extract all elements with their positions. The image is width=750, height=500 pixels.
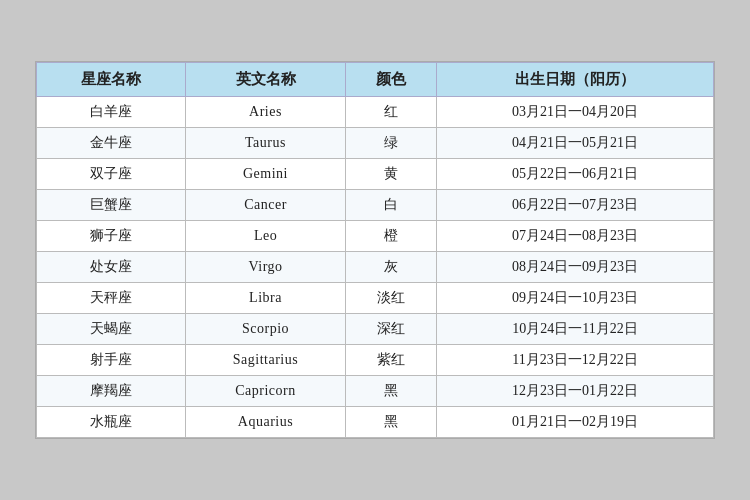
zodiac-table-container: 星座名称 英文名称 颜色 出生日期（阳历） 白羊座Aries红03月21日一04… — [35, 61, 715, 439]
cell-color: 红 — [345, 97, 436, 128]
header-dates: 出生日期（阳历） — [436, 63, 713, 97]
cell-color: 白 — [345, 190, 436, 221]
table-body: 白羊座Aries红03月21日一04月20日金牛座Taurus绿04月21日一0… — [37, 97, 714, 438]
cell-color: 灰 — [345, 252, 436, 283]
cell-chinese-name: 巨蟹座 — [37, 190, 186, 221]
zodiac-table: 星座名称 英文名称 颜色 出生日期（阳历） 白羊座Aries红03月21日一04… — [36, 62, 714, 438]
cell-chinese-name: 处女座 — [37, 252, 186, 283]
cell-chinese-name: 狮子座 — [37, 221, 186, 252]
cell-english-name: Sagittarius — [186, 345, 346, 376]
cell-english-name: Scorpio — [186, 314, 346, 345]
table-row: 狮子座Leo橙07月24日一08月23日 — [37, 221, 714, 252]
cell-english-name: Leo — [186, 221, 346, 252]
cell-chinese-name: 天蝎座 — [37, 314, 186, 345]
cell-english-name: Virgo — [186, 252, 346, 283]
table-row: 射手座Sagittarius紫红11月23日一12月22日 — [37, 345, 714, 376]
cell-chinese-name: 白羊座 — [37, 97, 186, 128]
cell-dates: 06月22日一07月23日 — [436, 190, 713, 221]
table-row: 水瓶座Aquarius黑01月21日一02月19日 — [37, 407, 714, 438]
cell-dates: 01月21日一02月19日 — [436, 407, 713, 438]
cell-color: 黑 — [345, 376, 436, 407]
table-row: 白羊座Aries红03月21日一04月20日 — [37, 97, 714, 128]
cell-dates: 09月24日一10月23日 — [436, 283, 713, 314]
cell-color: 深红 — [345, 314, 436, 345]
table-row: 摩羯座Capricorn黑12月23日一01月22日 — [37, 376, 714, 407]
table-row: 巨蟹座Cancer白06月22日一07月23日 — [37, 190, 714, 221]
cell-color: 紫红 — [345, 345, 436, 376]
header-color: 颜色 — [345, 63, 436, 97]
cell-english-name: Gemini — [186, 159, 346, 190]
cell-dates: 08月24日一09月23日 — [436, 252, 713, 283]
cell-dates: 12月23日一01月22日 — [436, 376, 713, 407]
table-row: 处女座Virgo灰08月24日一09月23日 — [37, 252, 714, 283]
cell-color: 黄 — [345, 159, 436, 190]
cell-chinese-name: 射手座 — [37, 345, 186, 376]
cell-chinese-name: 水瓶座 — [37, 407, 186, 438]
cell-english-name: Cancer — [186, 190, 346, 221]
cell-dates: 10月24日一11月22日 — [436, 314, 713, 345]
cell-dates: 05月22日一06月21日 — [436, 159, 713, 190]
cell-color: 黑 — [345, 407, 436, 438]
cell-english-name: Libra — [186, 283, 346, 314]
cell-english-name: Aquarius — [186, 407, 346, 438]
cell-dates: 11月23日一12月22日 — [436, 345, 713, 376]
cell-chinese-name: 摩羯座 — [37, 376, 186, 407]
cell-dates: 03月21日一04月20日 — [436, 97, 713, 128]
cell-dates: 04月21日一05月21日 — [436, 128, 713, 159]
cell-chinese-name: 金牛座 — [37, 128, 186, 159]
table-row: 天秤座Libra淡红09月24日一10月23日 — [37, 283, 714, 314]
table-row: 金牛座Taurus绿04月21日一05月21日 — [37, 128, 714, 159]
cell-chinese-name: 双子座 — [37, 159, 186, 190]
cell-color: 橙 — [345, 221, 436, 252]
table-row: 天蝎座Scorpio深红10月24日一11月22日 — [37, 314, 714, 345]
header-english-name: 英文名称 — [186, 63, 346, 97]
table-row: 双子座Gemini黄05月22日一06月21日 — [37, 159, 714, 190]
cell-english-name: Capricorn — [186, 376, 346, 407]
cell-color: 绿 — [345, 128, 436, 159]
cell-dates: 07月24日一08月23日 — [436, 221, 713, 252]
cell-english-name: Taurus — [186, 128, 346, 159]
cell-english-name: Aries — [186, 97, 346, 128]
header-chinese-name: 星座名称 — [37, 63, 186, 97]
table-header-row: 星座名称 英文名称 颜色 出生日期（阳历） — [37, 63, 714, 97]
cell-color: 淡红 — [345, 283, 436, 314]
cell-chinese-name: 天秤座 — [37, 283, 186, 314]
